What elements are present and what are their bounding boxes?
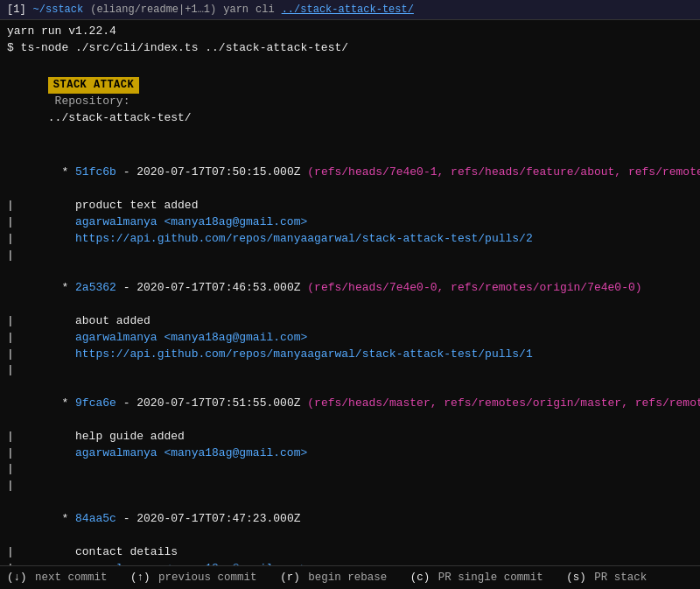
job-number: [1]: [7, 4, 26, 16]
commit-msg-2: | about added: [7, 313, 693, 330]
hint-prev: (↑) previous commit: [130, 571, 278, 584]
commit-url-1: | https://api.github.com/repos/manyaagar…: [7, 231, 693, 248]
stack-attack-badge: STACK ATTACK: [48, 77, 139, 94]
commits-section: * 51fc6b - 2020-07-17T07:50:15.000Z (ref…: [7, 148, 693, 565]
commit-line-4: * 84aa5c - 2020-07-17T07:47:23.000Z: [7, 494, 693, 544]
hint-next: (↓) next commit: [7, 571, 129, 584]
hint-pr-single: (c) PR single commit: [410, 571, 565, 584]
stack-attack-link[interactable]: ../stack-attack-test/: [282, 4, 414, 16]
pipe-2: |: [7, 362, 693, 379]
hint-pr-stack: (s) PR stack: [566, 571, 648, 584]
pipe-3b: |: [7, 478, 693, 494]
stack-attack-header: STACK ATTACK Repository: ../stack-attack…: [7, 60, 693, 144]
yarn-version-line: yarn run v1.22.4: [7, 24, 693, 40]
main-content: yarn run v1.22.4 $ ts-node ./src/cli/ind…: [0, 20, 700, 565]
commit-author-1: | agarwalmanya <manya18ag@gmail.com>: [7, 214, 693, 231]
yarn-word: yarn: [223, 4, 248, 16]
commit-msg-1: | product text added: [7, 198, 693, 214]
cli-word: cli: [256, 4, 275, 16]
bottom-bar: (↓) next commit (↑) previous commit (r) …: [0, 565, 700, 589]
repo-label: Repository:: [48, 95, 136, 108]
pipe-1: |: [7, 248, 693, 264]
commit-author-2: | agarwalmanya <manya18ag@gmail.com>: [7, 330, 693, 347]
commit-url-2: | https://api.github.com/repos/manyaagar…: [7, 347, 693, 363]
terminal: [1] ~/sstack (eliang/readme|+1…1) yarn c…: [0, 0, 700, 589]
commit-msg-3: | help guide added: [7, 429, 693, 445]
commit-author-3: | agarwalmanya <manya18ag@gmail.com>: [7, 445, 693, 462]
commit-msg-4: | contact details: [7, 544, 693, 561]
branch-info: (eliang/readme|+1…1): [90, 4, 216, 16]
commit-line-1: * 51fc6b - 2020-07-17T07:50:15.000Z (ref…: [7, 148, 693, 198]
pipe-3a: |: [7, 461, 693, 478]
ts-node-cmd-line: $ ts-node ./src/cli/index.ts ../stack-at…: [7, 40, 693, 57]
hint-rebase: (r) begin rebase: [280, 571, 409, 584]
commit-line-2: * 2a5362 - 2020-07-17T07:46:53.000Z (ref…: [7, 263, 693, 313]
repo-path: ../stack-attack-test/: [48, 111, 192, 124]
top-bar: [1] ~/sstack (eliang/readme|+1…1) yarn c…: [0, 0, 700, 20]
current-path: ~/sstack: [33, 4, 84, 16]
commit-line-3: * 9fca6e - 2020-07-17T07:51:55.000Z (ref…: [7, 379, 693, 429]
